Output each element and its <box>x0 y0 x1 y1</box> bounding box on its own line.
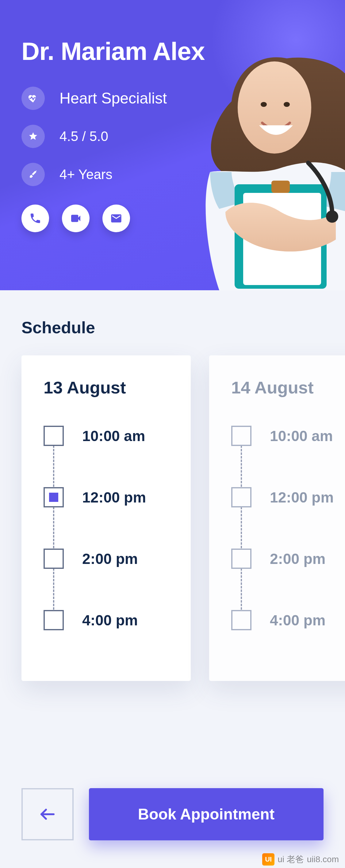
slot-time: 2:00 pm <box>82 550 138 567</box>
time-slot[interactable]: 2:00 pm <box>43 548 191 569</box>
slot-checkbox[interactable] <box>43 426 64 446</box>
time-slot[interactable]: 4:00 pm <box>231 609 345 631</box>
slot-time: 12:00 pm <box>270 489 334 506</box>
book-button-label: Book Appointment <box>138 805 274 823</box>
email-button[interactable] <box>102 205 130 232</box>
syringe-icon <box>22 163 45 186</box>
slot-time: 2:00 pm <box>270 550 325 567</box>
specialty-row: Heart Specialist <box>22 87 345 110</box>
specialty-text: Heart Specialist <box>60 89 167 107</box>
watermark-text1: ui 老爸 <box>278 854 304 865</box>
time-slot[interactable]: 2:00 pm <box>231 548 345 569</box>
call-button[interactable] <box>22 205 49 232</box>
watermark-logo: UI <box>262 853 274 866</box>
slot-time: 10:00 am <box>270 428 333 444</box>
mail-icon <box>110 212 123 224</box>
doctor-name: Dr. Mariam Alex <box>22 37 345 66</box>
back-button[interactable] <box>22 788 74 840</box>
slot-checkbox-selected[interactable] <box>43 487 64 507</box>
watermark: UI ui 老爸 uii8.com <box>262 853 339 866</box>
slot-checkbox[interactable] <box>231 610 251 630</box>
slot-time: 10:00 am <box>82 428 145 444</box>
slot-checkbox[interactable] <box>231 426 251 446</box>
day-card-inactive[interactable]: 14 August 10:00 am 12:00 pm 2:00 pm <box>209 355 345 681</box>
time-slot[interactable]: 10:00 am <box>43 425 191 446</box>
video-icon <box>70 212 82 224</box>
day-card-active[interactable]: 13 August 10:00 am 12:00 pm 2:00 pm <box>22 355 191 681</box>
slot-time: 4:00 pm <box>270 612 325 629</box>
arrow-left-icon <box>38 805 57 824</box>
slot-checkbox[interactable] <box>231 549 251 569</box>
time-slot[interactable]: 4:00 pm <box>43 609 191 631</box>
rating-text: 4.5 / 5.0 <box>60 129 108 144</box>
book-appointment-button[interactable]: Book Appointment <box>89 788 323 840</box>
footer-actions: Book Appointment <box>22 788 323 840</box>
slot-checkbox[interactable] <box>43 549 64 569</box>
day-title: 14 August <box>231 377 345 398</box>
slot-checkbox[interactable] <box>231 487 251 507</box>
time-slot[interactable]: 10:00 am <box>231 425 345 446</box>
video-call-button[interactable] <box>62 205 90 232</box>
star-icon <box>22 125 45 148</box>
day-cards-scroll[interactable]: 13 August 10:00 am 12:00 pm 2:00 pm <box>22 355 323 681</box>
slot-time: 12:00 pm <box>82 489 146 506</box>
doctor-header: Dr. Mariam Alex Heart Specialist 4.5 / 5… <box>0 0 345 290</box>
slot-time: 4:00 pm <box>82 612 138 629</box>
phone-icon <box>29 212 41 224</box>
rating-row: 4.5 / 5.0 <box>22 125 345 148</box>
heart-icon <box>22 87 45 110</box>
watermark-text2: uii8.com <box>307 855 339 864</box>
contact-actions <box>22 205 345 232</box>
experience-text: 4+ Years <box>60 167 112 182</box>
schedule-section: Schedule 13 August 10:00 am 12:00 pm 2:0… <box>0 290 345 681</box>
slot-checkbox[interactable] <box>43 610 64 630</box>
schedule-title: Schedule <box>22 318 323 337</box>
time-slot[interactable]: 12:00 pm <box>231 487 345 508</box>
day-title: 13 August <box>43 377 191 398</box>
time-slot[interactable]: 12:00 pm <box>43 487 191 508</box>
experience-row: 4+ Years <box>22 163 345 186</box>
